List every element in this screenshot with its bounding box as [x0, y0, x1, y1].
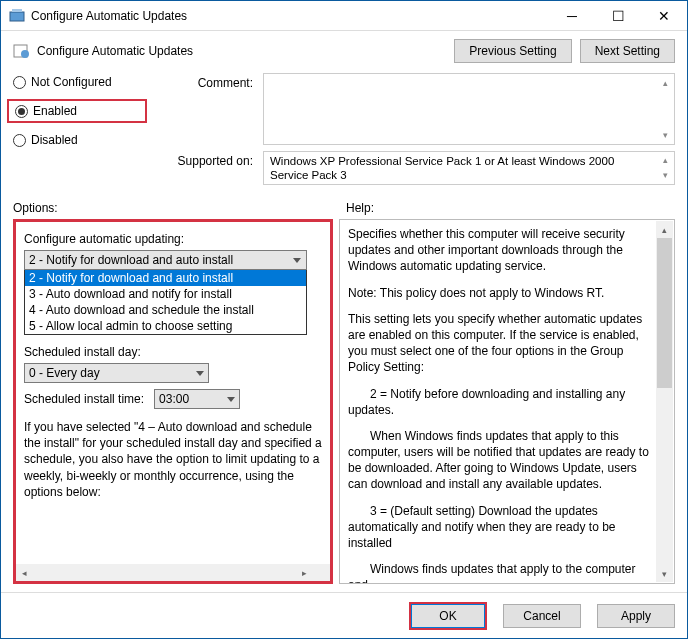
install-day-select[interactable]: 0 - Every day	[24, 363, 209, 383]
radio-label: Not Configured	[31, 75, 112, 89]
comment-label: Comment:	[163, 73, 253, 147]
radio-disabled[interactable]: Disabled	[13, 133, 153, 147]
help-paragraph: 2 = Notify before downloading and instal…	[348, 386, 652, 418]
dropdown-item[interactable]: 5 - Allow local admin to choose setting	[25, 318, 306, 334]
pane-labels: Options: Help:	[13, 201, 675, 215]
supported-label: Supported on:	[163, 151, 253, 185]
horizontal-scrollbar[interactable]: ◂ ▸	[16, 564, 330, 581]
install-time-label: Scheduled install time:	[24, 392, 144, 406]
configure-updating-dropdown[interactable]: 2 - Notify for download and auto install	[24, 250, 307, 270]
supported-text: Windows XP Professional Service Pack 1 o…	[270, 155, 614, 181]
options-description: If you have selected "4 – Auto download …	[24, 419, 322, 500]
titlebar: Configure Automatic Updates ─ ☐ ✕	[1, 1, 687, 31]
scroll-up-icon[interactable]: ▴	[657, 75, 673, 91]
content-area: Configure Automatic Updates Previous Set…	[1, 31, 687, 592]
panes: Configure automatic updating: 2 - Notify…	[13, 219, 675, 584]
configure-updating-label: Configure automatic updating:	[24, 232, 322, 246]
help-paragraph: 3 = (Default setting) Download the updat…	[348, 503, 652, 552]
help-paragraph: Note: This policy does not apply to Wind…	[348, 285, 652, 301]
radio-not-configured[interactable]: Not Configured	[13, 75, 153, 89]
dropdown-item[interactable]: 4 - Auto download and schedule the insta…	[25, 302, 306, 318]
next-setting-button[interactable]: Next Setting	[580, 39, 675, 63]
dialog-footer: OK Cancel Apply	[1, 592, 687, 638]
options-pane: Configure automatic updating: 2 - Notify…	[13, 219, 333, 584]
previous-setting-button[interactable]: Previous Setting	[454, 39, 571, 63]
help-pane: Specifies whether this computer will rec…	[339, 219, 675, 584]
radio-icon	[15, 105, 28, 118]
dropdown-item[interactable]: 3 - Auto download and notify for install	[25, 286, 306, 302]
help-paragraph: Specifies whether this computer will rec…	[348, 226, 652, 275]
help-paragraph: When Windows finds updates that apply to…	[348, 428, 652, 493]
help-paragraph: This setting lets you specify whether au…	[348, 311, 652, 376]
scroll-corner	[313, 564, 330, 581]
window-title: Configure Automatic Updates	[31, 9, 549, 23]
comment-textarea[interactable]: ▴ ▾	[263, 73, 675, 145]
scroll-up-icon[interactable]: ▴	[656, 221, 673, 238]
dropdown-list: 2 - Notify for download and auto install…	[24, 269, 307, 335]
policy-title: Configure Automatic Updates	[37, 44, 446, 58]
help-text: Specifies whether this computer will rec…	[348, 226, 652, 584]
supported-on-box: Windows XP Professional Service Pack 1 o…	[263, 151, 675, 185]
svg-point-3	[21, 50, 29, 58]
policy-header: Configure Automatic Updates Previous Set…	[13, 39, 675, 63]
close-button[interactable]: ✕	[641, 1, 687, 31]
svg-rect-1	[12, 9, 22, 12]
svg-rect-0	[10, 12, 24, 21]
help-paragraph: Windows finds updates that apply to the …	[348, 561, 652, 584]
install-time-select[interactable]: 03:00	[154, 389, 240, 409]
vertical-scrollbar[interactable]: ▴ ▾	[656, 221, 673, 582]
radio-label: Enabled	[33, 104, 77, 118]
cancel-button[interactable]: Cancel	[503, 604, 581, 628]
scroll-right-icon[interactable]: ▸	[296, 564, 313, 581]
maximize-button[interactable]: ☐	[595, 1, 641, 31]
state-radios: Not Configured Enabled Disabled	[13, 73, 153, 147]
app-icon	[9, 8, 25, 24]
scrollbar[interactable]: ▴ ▾	[657, 75, 673, 143]
policy-icon	[13, 42, 31, 60]
radio-enabled[interactable]: Enabled	[7, 99, 147, 123]
help-label: Help:	[346, 201, 374, 215]
scroll-down-icon[interactable]: ▾	[657, 168, 673, 183]
minimize-button[interactable]: ─	[549, 1, 595, 31]
scroll-up-icon[interactable]: ▴	[657, 153, 673, 168]
options-label: Options:	[13, 201, 346, 215]
dropdown-item[interactable]: 2 - Notify for download and auto install	[25, 270, 306, 286]
scroll-thumb[interactable]	[657, 238, 672, 388]
gpo-editor-window: Configure Automatic Updates ─ ☐ ✕ Config…	[0, 0, 688, 639]
scroll-down-icon[interactable]: ▾	[656, 565, 673, 582]
scrollbar[interactable]: ▴ ▾	[657, 153, 673, 183]
scroll-track[interactable]	[33, 564, 296, 581]
apply-button[interactable]: Apply	[597, 604, 675, 628]
scroll-down-icon[interactable]: ▾	[657, 127, 673, 143]
radio-label: Disabled	[31, 133, 78, 147]
install-day-label: Scheduled install day:	[24, 345, 322, 359]
radio-icon	[13, 134, 26, 147]
scroll-left-icon[interactable]: ◂	[16, 564, 33, 581]
config-grid: Not Configured Enabled Disabled Comment:…	[13, 73, 675, 185]
radio-icon	[13, 76, 26, 89]
ok-button[interactable]: OK	[409, 602, 487, 630]
